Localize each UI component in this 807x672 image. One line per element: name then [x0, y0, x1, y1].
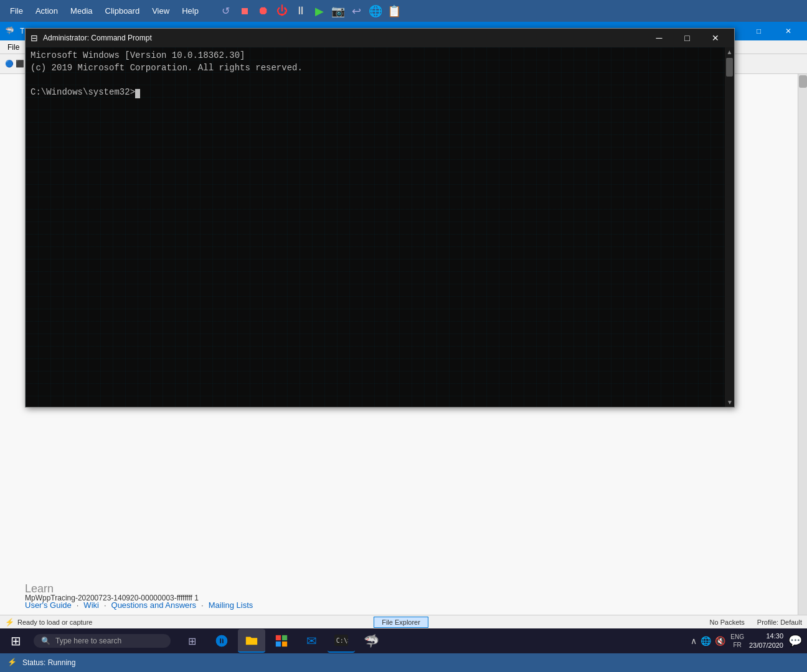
svg-rect-3: [282, 642, 287, 646]
taskbar-cmd[interactable]: C:\>: [328, 629, 355, 653]
wireshark-status-bar: ⚡ Ready to load or capture File Explorer…: [0, 615, 807, 628]
ws-separator-1: ·: [77, 600, 79, 610]
vm-menu-help[interactable]: Help: [177, 4, 204, 18]
wireshark-maximize-button[interactable]: □: [745, 22, 773, 40]
tray-expand-icon[interactable]: ∧: [691, 636, 697, 646]
clock-date: 23/07/2020: [749, 641, 783, 650]
vm-power-icon[interactable]: ⏻: [275, 4, 290, 19]
taskbar-search[interactable]: 🔍 Type here to search: [34, 634, 171, 648]
search-icon: 🔍: [41, 637, 50, 645]
cmd-window: ⊟ Administrator: Command Prompt ─ □ ✕ Mi…: [25, 28, 735, 408]
vm-status-icon: ⚡: [7, 658, 17, 668]
svg-rect-2: [276, 642, 281, 646]
start-button[interactable]: ⊞: [0, 628, 31, 653]
taskbar-edge[interactable]: [208, 629, 235, 653]
ws-users-guide-link[interactable]: User's Guide: [25, 600, 72, 610]
ws-mailing-link[interactable]: Mailing Lists: [209, 600, 253, 610]
vm-menu: File Action Media Clipboard View Help: [5, 4, 204, 18]
status-ready-text: Ready to load or capture: [17, 618, 92, 626]
vm-network-icon[interactable]: 🌐: [368, 4, 383, 19]
vm-stop2-icon[interactable]: ⏺: [256, 4, 271, 19]
tray-language[interactable]: ENGFR: [730, 633, 744, 649]
cmd-app-icon: ⊟: [31, 33, 38, 43]
ws-learn-title: Learn: [25, 582, 782, 595]
screen-area: 🦈 The Wireshark Network Analyzer ─ □ ✕ F…: [0, 22, 807, 653]
cmd-title: Administrator: Command Prompt: [43, 34, 640, 42]
taskbar-file-explorer[interactable]: [238, 629, 265, 653]
vm-settings-icon[interactable]: 📋: [387, 4, 402, 19]
cmd-prompt-text: C:\Windows\system32>: [31, 87, 135, 97]
vm-pause-icon[interactable]: ⏸: [293, 4, 308, 19]
wireshark-close-button[interactable]: ✕: [774, 22, 802, 40]
status-active-tab[interactable]: File Explorer: [374, 617, 428, 628]
clock-time: 14:30: [749, 632, 783, 641]
ws-menu-file[interactable]: File: [2, 42, 24, 53]
vm-revert-icon[interactable]: ↩: [349, 4, 364, 19]
status-profile: Profile: Default: [757, 618, 802, 626]
svg-rect-1: [282, 635, 287, 640]
vm-menu-view[interactable]: View: [147, 4, 174, 18]
svg-text:C:\>: C:\>: [336, 637, 348, 644]
ws-learn-links: User's Guide · Wiki · Questions and Answ…: [25, 600, 782, 610]
cmd-blank-line: [31, 74, 720, 86]
cmd-win-controls: ─ □ ✕: [645, 29, 729, 47]
vm-menu-file[interactable]: File: [5, 4, 28, 18]
status-right: No Packets Profile: Default: [710, 618, 802, 626]
taskbar-clock[interactable]: 14:30 23/07/2020: [749, 632, 783, 651]
taskbar-mail[interactable]: ✉: [298, 629, 325, 653]
taskbar-task-view[interactable]: ⊞: [178, 629, 205, 653]
ws-qa-link[interactable]: Questions and Answers: [111, 600, 197, 610]
ws-wiki-link[interactable]: Wiki: [83, 600, 99, 610]
taskbar-systray: ∧ 🌐 🔇: [691, 636, 725, 646]
vm-stop-icon[interactable]: ⏹: [237, 4, 252, 19]
tray-network-icon[interactable]: 🌐: [701, 636, 711, 646]
ws-separator-2: ·: [104, 600, 106, 610]
vm-resume-icon[interactable]: ▶: [312, 4, 327, 19]
tray-volume-icon[interactable]: 🔇: [715, 636, 725, 646]
taskbar-store[interactable]: [268, 629, 295, 653]
cmd-close-button[interactable]: ✕: [701, 29, 729, 47]
cmd-titlebar: ⊟ Administrator: Command Prompt ─ □ ✕: [26, 29, 734, 47]
vm-menu-action[interactable]: Action: [31, 4, 63, 18]
search-placeholder: Type here to search: [55, 637, 121, 645]
taskbar-wireshark[interactable]: 🦈: [357, 629, 385, 653]
cmd-line-1: Microsoft Windows [Version 10.0.18362.30…: [31, 50, 720, 62]
vm-menu-media[interactable]: Media: [65, 4, 97, 18]
taskbar-right: ∧ 🌐 🔇 ENGFR 14:30 23/07/2020 💬: [686, 632, 807, 651]
taskbar: ⊞ 🔍 Type here to search ⊞ ✉ C:\> 🦈 ∧ 🌐 🔇…: [0, 628, 807, 653]
status-left: ⚡ Ready to load or capture: [5, 618, 92, 627]
cmd-scroll-thumb[interactable]: [726, 58, 733, 77]
cmd-maximize-button[interactable]: □: [673, 29, 701, 47]
vm-snapshot-icon[interactable]: 📷: [331, 4, 346, 19]
ws-separator-3: ·: [201, 600, 204, 610]
cmd-minimize-button[interactable]: ─: [645, 29, 673, 47]
taskbar-notify-icon[interactable]: 💬: [788, 634, 802, 648]
wireshark-app-icon: 🦈: [5, 26, 15, 36]
taskbar-apps: ⊞ ✉ C:\> 🦈: [173, 629, 686, 653]
cmd-scrollbar[interactable]: ▲ ▼: [725, 47, 734, 407]
vm-toolbar: File Action Media Clipboard View Help ↺ …: [0, 0, 807, 22]
vm-menu-clipboard[interactable]: Clipboard: [100, 4, 145, 18]
svg-rect-0: [276, 635, 281, 640]
cmd-cursor: [135, 89, 140, 98]
cmd-line-2: (c) 2019 Microsoft Corporation. All righ…: [31, 62, 720, 75]
status-packets: No Packets: [710, 618, 745, 626]
vm-toolbar-icons: ↺ ⏹ ⏺ ⏻ ⏸ ▶ 📷 ↩ 🌐 📋: [219, 4, 402, 19]
vm-status-text: Status: Running: [22, 658, 75, 667]
cmd-body[interactable]: Microsoft Windows [Version 10.0.18362.30…: [26, 47, 725, 407]
status-icon: ⚡: [5, 618, 14, 627]
vm-restore-icon[interactable]: ↺: [219, 4, 234, 19]
status-middle: File Explorer: [92, 617, 709, 628]
vm-status-bar: ⚡ Status: Running: [0, 653, 807, 672]
cmd-prompt: C:\Windows\system32>: [31, 86, 720, 99]
cmd-body-wrapper: Microsoft Windows [Version 10.0.18362.30…: [26, 47, 734, 407]
